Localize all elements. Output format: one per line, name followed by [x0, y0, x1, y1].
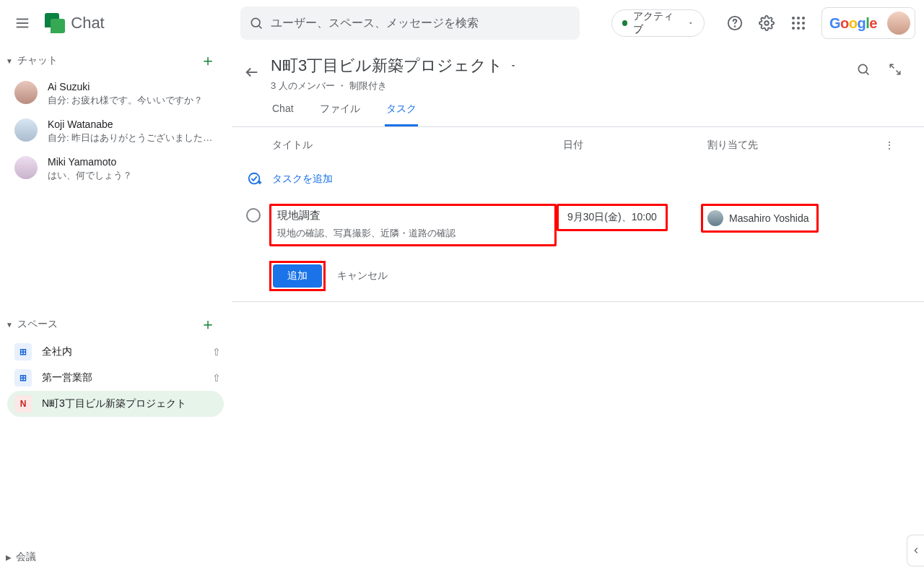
chat-logo-icon: [45, 13, 65, 33]
account-switcher[interactable]: Google: [821, 7, 915, 39]
task-title-field[interactable]: 現地調査 現地の確認、写真撮影、近隣・道路の確認: [269, 204, 557, 246]
new-chat-button[interactable]: ＋: [199, 52, 217, 69]
app-header: Chat アクティブ Google: [0, 0, 924, 46]
main-content: N町3丁目ビル新築プロジェクト 3 人のメンバー ・ 制限付き: [231, 46, 924, 578]
more-icon[interactable]: ⋮: [881, 139, 898, 151]
chevron-down-icon: ▼: [6, 321, 13, 329]
task-columns: タイトル 日付 割り当て先 ⋮: [232, 127, 924, 163]
help-icon[interactable]: [720, 9, 749, 38]
svg-line-4: [259, 26, 262, 29]
sidebar: ▼チャット ＋ Ai Suzuki自分: お疲れ様です。今いいですか？ Koji…: [0, 46, 231, 578]
add-task-row[interactable]: タスクを追加: [232, 163, 924, 195]
space-subtitle: 3 人のメンバー ・ 制限付き: [271, 79, 849, 92]
status-label: アクティブ: [633, 10, 681, 36]
chat-item[interactable]: Miki Yamamotoはい、何でしょう？: [0, 150, 231, 188]
svg-point-9: [858, 64, 867, 73]
new-space-button[interactable]: ＋: [199, 316, 217, 333]
search-bar[interactable]: [240, 7, 580, 40]
space-icon: ⊞: [14, 343, 32, 361]
task-date-field[interactable]: 9月30日(金)、10:00: [557, 204, 668, 231]
search-in-space-icon[interactable]: [849, 55, 878, 84]
app-name: Chat: [71, 14, 104, 33]
col-assignee: 割り当て先: [707, 139, 881, 152]
chevron-down-icon: [687, 20, 694, 27]
add-button-highlight: 追加: [269, 261, 326, 291]
chat-item[interactable]: Ai Suzuki自分: お疲れ様です。今いいですか？: [0, 75, 231, 113]
task-complete-radio[interactable]: [246, 208, 261, 223]
pin-icon: ⇧: [212, 372, 221, 384]
svg-point-13: [249, 173, 260, 184]
collapse-icon[interactable]: [881, 55, 910, 84]
add-task-label[interactable]: タスクを追加: [272, 173, 333, 186]
search-input[interactable]: [271, 17, 571, 30]
svg-point-7: [764, 21, 769, 25]
avatar: [14, 118, 38, 142]
status-pill[interactable]: アクティブ: [611, 9, 705, 37]
add-button[interactable]: 追加: [273, 264, 322, 288]
avatar: [707, 210, 723, 226]
svg-point-6: [735, 26, 736, 27]
space-item[interactable]: ⊞ 全社内 ⇧: [0, 339, 231, 365]
col-title: タイトル: [272, 139, 563, 152]
avatar: [887, 12, 910, 35]
tab-chat[interactable]: Chat: [271, 103, 295, 126]
settings-icon[interactable]: [752, 9, 781, 38]
search-icon: [249, 16, 263, 30]
space-icon: N: [14, 395, 32, 413]
svg-line-11: [890, 64, 894, 68]
task-assignee-field[interactable]: Masahiro Yoshida: [701, 204, 819, 233]
back-button[interactable]: [237, 58, 266, 87]
svg-line-12: [897, 71, 900, 74]
spaces-section-header[interactable]: ▼スペース ＋: [0, 310, 231, 339]
side-panel-toggle[interactable]: [907, 535, 924, 566]
tab-tasks[interactable]: タスク: [385, 103, 418, 126]
col-date: 日付: [563, 139, 707, 152]
google-logo: Google: [829, 15, 877, 32]
app-logo[interactable]: Chat: [45, 13, 104, 33]
pin-icon: ⇧: [212, 346, 221, 358]
tab-files[interactable]: ファイル: [318, 103, 362, 126]
meet-section-header[interactable]: ▶会議: [6, 545, 225, 569]
chats-section-header[interactable]: ▼チャット ＋: [0, 46, 231, 75]
space-item[interactable]: ⊞ 第一営業部 ⇧: [0, 365, 231, 391]
cancel-button[interactable]: キャンセル: [337, 269, 388, 282]
space-icon: ⊞: [14, 369, 32, 387]
svg-line-10: [866, 72, 869, 75]
task-row: 現地調査 現地の確認、写真撮影、近隣・道路の確認 9月30日(金)、10:00 …: [232, 195, 924, 255]
apps-icon[interactable]: [784, 9, 813, 38]
chevron-down-icon[interactable]: [509, 61, 518, 70]
add-task-icon: [246, 171, 263, 188]
avatar: [14, 156, 38, 179]
chat-item[interactable]: Koji Watanabe自分: 昨日はありがとうございました…: [0, 113, 231, 150]
menu-icon[interactable]: [9, 9, 36, 38]
chevron-right-icon: ▶: [6, 553, 12, 561]
chevron-down-icon: ▼: [6, 57, 13, 65]
avatar: [14, 81, 38, 104]
svg-point-3: [251, 18, 260, 27]
space-item-selected[interactable]: N N町3丁目ビル新築プロジェクト: [7, 391, 224, 417]
space-title: N町3丁目ビル新築プロジェクト: [271, 55, 503, 77]
status-dot-icon: [622, 20, 628, 26]
